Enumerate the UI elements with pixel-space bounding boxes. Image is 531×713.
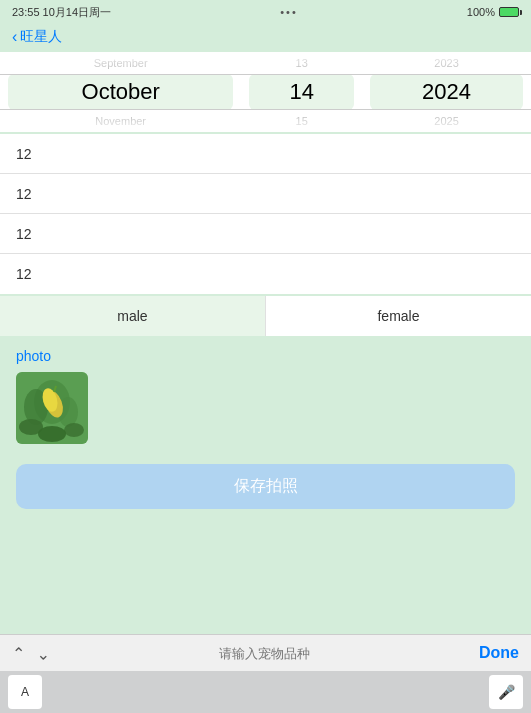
nav-bar: ‹ 旺星人 (0, 24, 531, 52)
status-battery: 100% (467, 6, 519, 18)
date-picker[interactable]: September October November 13 14 15 2023… (0, 52, 531, 132)
battery-icon (499, 7, 519, 17)
svg-point-9 (38, 426, 66, 442)
input-field-4[interactable] (16, 266, 515, 282)
keyboard-bar: A 🎤 (0, 671, 531, 713)
gender-male-button[interactable]: male (0, 296, 265, 336)
bottom-input-row: ⌃ ⌃ Done (0, 635, 531, 671)
input-row-3 (0, 214, 531, 254)
current-year: 2024 (422, 74, 471, 110)
input-row-4 (0, 254, 531, 294)
photo-section: photo (0, 336, 531, 456)
svg-point-8 (64, 423, 84, 437)
done-button[interactable]: Done (479, 644, 519, 662)
photo-thumbnail[interactable] (16, 372, 88, 444)
input-field-1[interactable] (16, 146, 515, 162)
input-field-3[interactable] (16, 226, 515, 242)
bottom-bar: ⌃ ⌃ Done A 🎤 (0, 634, 531, 713)
current-month: October (82, 74, 160, 110)
back-button[interactable]: ‹ 旺星人 (12, 28, 62, 46)
nav-arrows: ⌃ ⌃ (12, 644, 50, 663)
input-row-1 (0, 134, 531, 174)
photo-label[interactable]: photo (16, 348, 515, 364)
prev-arrow-button[interactable]: ⌃ (12, 644, 25, 663)
gender-section: male female (0, 296, 531, 336)
back-label: 旺星人 (20, 28, 62, 46)
status-time: 23:55 10月14日周一 (12, 5, 111, 20)
input-field-2[interactable] (16, 186, 515, 202)
status-bar: 23:55 10月14日周一 ••• 100% (0, 0, 531, 24)
back-chevron-icon: ‹ (12, 28, 17, 46)
gender-female-button[interactable]: female (266, 296, 531, 336)
status-dots: ••• (280, 6, 298, 18)
save-button[interactable]: 保存拍照 (16, 464, 515, 509)
keyboard-a-key[interactable]: A (8, 675, 42, 709)
next-arrow-button[interactable]: ⌃ (37, 644, 50, 663)
breed-input[interactable] (50, 646, 479, 661)
input-row-2 (0, 174, 531, 214)
input-section (0, 134, 531, 294)
keyboard-mic-button[interactable]: 🎤 (489, 675, 523, 709)
current-day: 14 (289, 74, 313, 110)
